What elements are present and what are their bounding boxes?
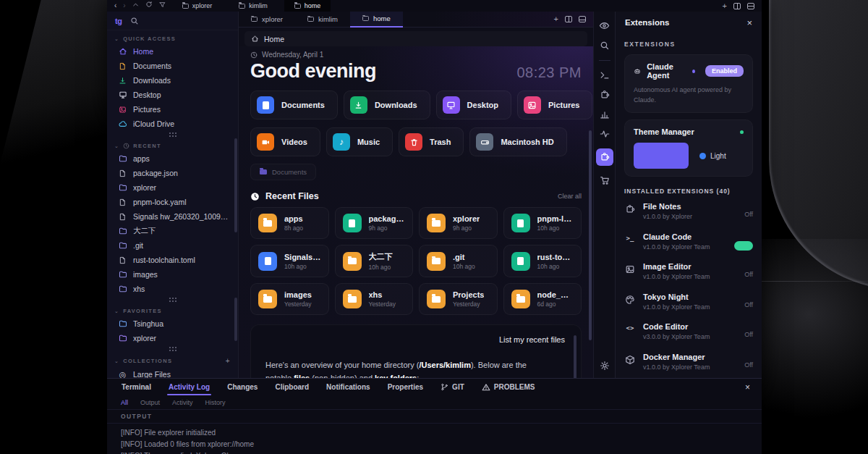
extension-state[interactable]: Off [744, 293, 753, 312]
extension-state[interactable]: Off [744, 202, 753, 222]
sidebar-item-downloads[interactable]: Downloads [107, 73, 238, 88]
terminal-icon[interactable] [600, 70, 610, 80]
window-tab-home[interactable]: home [284, 0, 331, 12]
close-icon[interactable]: × [745, 382, 756, 392]
tile-pictures[interactable]: Pictures [517, 91, 592, 119]
sidebar-item-xhs[interactable]: xhs [107, 282, 238, 296]
split-vertical-icon[interactable] [565, 16, 572, 22]
sidebar-item-icloud-drive[interactable]: iCloud Drive [107, 117, 238, 131]
enabled-badge[interactable]: Enabled [705, 65, 744, 77]
extension-toggle-on[interactable] [734, 241, 753, 251]
sidebar-item-rust-toolchain[interactable]: rust-toolchain.toml [107, 253, 238, 267]
tab-clipboard[interactable]: Clipboard [266, 379, 318, 395]
pane-tab-kimlim[interactable]: kimlim [295, 12, 350, 28]
extensions-activity-button[interactable] [596, 148, 613, 166]
file-card-rust-toolchain[interactable]: rust-toolchai...10h ago [503, 245, 582, 277]
gear-icon[interactable] [600, 361, 610, 371]
sidebar-item-apps[interactable]: apps [107, 151, 238, 166]
new-tab-icon[interactable]: + [723, 2, 727, 10]
sidebar-item-tsinghua[interactable]: Tsinghua [107, 316, 238, 331]
sidebar-item-pictures[interactable]: Pictures [107, 102, 238, 117]
refresh-icon[interactable] [145, 0, 153, 12]
up-icon[interactable] [132, 0, 139, 12]
file-card-git[interactable]: .git10h ago [419, 245, 498, 277]
section-collections[interactable]: ⌄ COLLECTIONS + [107, 352, 238, 367]
file-card-xplorer[interactable]: xplorer9h ago [419, 207, 498, 239]
tile-documents[interactable]: Documents [250, 91, 338, 119]
app-logo[interactable]: tg [115, 17, 122, 25]
file-card-xhs[interactable]: xhsYesterday [335, 283, 414, 315]
tile-downloads[interactable]: Downloads [344, 91, 430, 119]
theme-swatch[interactable] [634, 143, 689, 169]
sidebar-item-dasanxia[interactable]: 大二下 [107, 224, 238, 238]
sidebar-scrollbar[interactable] [234, 138, 237, 232]
section-favorites[interactable]: ⌄ FAVORITES [107, 303, 238, 316]
extension-item-code-editor[interactable]: <> Code Editor v3.0.0 by Xplorer Team Of… [624, 316, 753, 347]
filter-all[interactable]: All [121, 399, 128, 406]
file-card-pnpm-lock[interactable]: pnpm-lock.y...10h ago [503, 207, 582, 239]
filter-history[interactable]: History [205, 399, 226, 406]
file-card-signals[interactable]: Signals hw_...10h ago [250, 245, 329, 277]
chat-scrollbar[interactable] [574, 335, 576, 378]
tab-properties[interactable]: Properties [379, 379, 432, 395]
sidebar-item-xplorer-favorite[interactable]: xplorer [107, 331, 238, 345]
theme-manager-card[interactable]: Theme Manager Light [624, 119, 753, 177]
tab-notifications[interactable]: Notifications [318, 379, 379, 395]
section-recent[interactable]: ⌄ RECENT [107, 138, 238, 151]
back-icon[interactable]: ‹ [114, 0, 116, 12]
eye-icon[interactable] [599, 20, 610, 31]
extension-item-claude-code[interactable]: >_ Claude Code v1.0.0 by Xplorer Team [624, 227, 753, 257]
cart-icon[interactable] [600, 175, 610, 185]
tile-trash[interactable]: Trash [399, 127, 464, 156]
filter-output[interactable]: Output [140, 399, 160, 406]
file-card-projects[interactable]: ProjectsYesterday [419, 283, 498, 315]
split-horizontal-icon[interactable] [747, 3, 754, 9]
clear-all-button[interactable]: Clear all [558, 193, 582, 200]
extension-state[interactable]: Off [744, 353, 753, 372]
sidebar-item-home[interactable]: Home [107, 44, 238, 59]
extension-state[interactable]: Off [744, 262, 753, 282]
sidebar-item-documents[interactable]: Documents [107, 59, 238, 73]
sidebar-item-xplorer[interactable]: xplorer [107, 180, 238, 195]
extension-state[interactable]: Off [744, 322, 753, 342]
breadcrumb[interactable]: Home [244, 31, 587, 46]
split-horizontal-icon[interactable] [579, 16, 586, 22]
tab-terminal[interactable]: Terminal [113, 379, 160, 395]
main-scrollbar[interactable] [589, 130, 592, 340]
sidebar-item-git[interactable]: .git [107, 238, 238, 253]
file-card-apps[interactable]: apps8h ago [250, 207, 329, 239]
search-icon[interactable] [130, 17, 139, 25]
tile-desktop[interactable]: Desktop [436, 91, 511, 119]
tile-videos[interactable]: Videos [250, 127, 320, 156]
section-resize-handle[interactable] [107, 345, 238, 352]
tile-music[interactable]: ♪ Music [326, 127, 393, 156]
tile-documents-ghost[interactable]: Documents [250, 164, 316, 180]
sidebar-item-pnpm-lock[interactable]: pnpm-lock.yaml [107, 195, 238, 209]
search-icon[interactable] [600, 41, 610, 51]
extension-item-tokyo-night[interactable]: Tokyo Night v1.0.0 by Xplorer Team Off [624, 287, 753, 317]
sidebar-item-images[interactable]: images [107, 267, 238, 282]
light-theme-option[interactable]: Light [699, 152, 726, 160]
extension-item-image-editor[interactable]: Image Editor v1.0.0 by Xplorer Team Off [624, 256, 753, 287]
tab-changes[interactable]: Changes [218, 379, 266, 395]
close-icon[interactable]: × [746, 18, 752, 28]
sidebar-item-large-files[interactable]: ◎ Large Files [107, 367, 238, 378]
sidebar-item-signals-pdf[interactable]: Signals hw_260320_100939.pdf [107, 209, 238, 224]
pulse-icon[interactable] [600, 129, 610, 139]
window-tab-xplorer[interactable]: xplorer [172, 0, 223, 12]
split-vertical-icon[interactable] [733, 3, 741, 9]
filter-activity[interactable]: Activity [172, 399, 193, 406]
section-quick-access[interactable]: ⌄ QUICK ACCESS [107, 30, 238, 44]
puzzle-icon[interactable] [600, 90, 610, 100]
section-resize-handle[interactable] [107, 296, 238, 303]
window-tab-kimlim[interactable]: kimlim [229, 0, 278, 12]
extension-item-file-notes[interactable]: File Notes v1.0.0 by Xplorer Off [624, 196, 753, 227]
tab-problems[interactable]: PROBLEMS [473, 379, 544, 395]
tile-macintosh-hd[interactable]: Macintosh HD [469, 127, 566, 156]
claude-agent-card[interactable]: Claude Agent Enabled Autonomous AI agent… [624, 54, 753, 113]
new-tab-icon[interactable]: + [554, 15, 558, 23]
forward-icon[interactable]: › [123, 0, 125, 12]
tab-activity-log[interactable]: Activity Log [160, 379, 218, 395]
file-card-images[interactable]: imagesYesterday [250, 283, 329, 315]
file-card-dasanxia[interactable]: 大二下10h ago [335, 245, 414, 277]
